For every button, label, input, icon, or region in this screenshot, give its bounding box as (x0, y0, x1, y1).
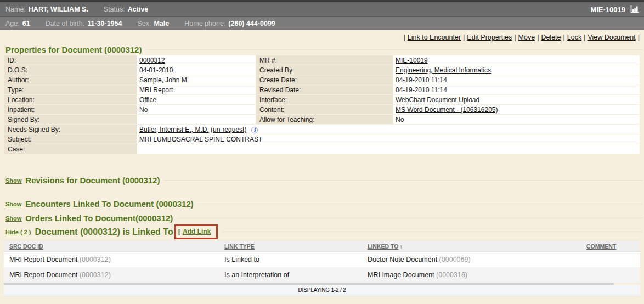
revisions-show-toggle[interactable]: Show (5, 177, 21, 184)
revisions-section-header: Show Revisions for Document (0000312) (5, 176, 643, 185)
src-doc-id-header-label: SRC DOC ID (9, 243, 43, 250)
link-type-header[interactable]: LINK TYPE (219, 241, 362, 252)
field-label: Created By: (256, 65, 393, 75)
patient-status: Active (128, 5, 149, 13)
mr-number-link[interactable]: MIE-10019 (396, 57, 428, 64)
linked-documents-table: SRC DOC ID LINK TYPE LINKED TO↑ COMMENT … (4, 241, 640, 283)
table-row: Type: MRI Report Revised Date: 04-19-201… (4, 85, 640, 94)
table-row: Needs Signed By: Butler, Internist E., M… (4, 125, 640, 134)
link-type-cell: Is Linked to (219, 252, 362, 268)
age-group: Age: 61 (5, 20, 30, 27)
linked-to-id: (0000069) (439, 256, 471, 263)
table-row: Inpatient: No Content: MS Word Document … (4, 105, 640, 114)
table-row: D.O.S: 04-01-2010 Created By: Engineerin… (4, 65, 640, 75)
linked-to-name: MRI Image Document (368, 271, 436, 279)
table-row: Subject: MRI LUMBOSACRAL SPINE CONTRAST (4, 134, 640, 144)
unrequest-link[interactable]: (un-request) (211, 126, 246, 133)
table-row: ID: 0000312 MR #: MIE-10019 (4, 55, 640, 65)
dob-group: Date of birth: 11-30-1954 (46, 20, 122, 27)
phone-label: Home phone: (184, 20, 225, 27)
field-label: Allow for Teaching: (256, 115, 393, 124)
add-link-highlight-box: | Add Link (174, 224, 218, 239)
view-document-link[interactable]: View Document (587, 33, 635, 41)
add-link-button[interactable]: Add Link (183, 228, 211, 235)
lock-link[interactable]: Lock (567, 33, 581, 41)
properties-table: ID: 0000312 MR #: MIE-10019 D.O.S: 04-01… (4, 55, 640, 154)
linked-to-header[interactable]: LINKED TO↑ (362, 241, 581, 252)
comment-cell (581, 267, 640, 283)
table-row: MRI Report Document (0000312) Is an Inte… (4, 267, 640, 283)
needs-signed-by-cell: Butler, Internist E., M.D. (un-request) … (137, 125, 640, 134)
separator: | (514, 33, 516, 41)
dos-value: 04-01-2010 (137, 65, 256, 75)
link-type-cell: Is an Interpretation of (219, 267, 362, 283)
move-link[interactable]: Move (518, 33, 535, 41)
field-label: Inpatient: (4, 105, 137, 114)
orders-section-header: Show Orders Linked To Document(0000312) (5, 213, 643, 223)
patient-status-group: Status: Active (104, 5, 148, 13)
interface-value: WebChart Document Upload (393, 95, 640, 104)
field-label: Subject: (4, 134, 137, 144)
patient-name-group: Name: HART, WILLIAM S. (5, 5, 88, 13)
separator: | (638, 33, 640, 41)
document-actions-bar: |Link to Encounter|Edit Properties|Move|… (0, 30, 644, 42)
field-label: Revised Date: (256, 85, 393, 94)
src-doc-cell: MRI Report Document (0000312) (4, 252, 219, 268)
link-to-encounter-link[interactable]: Link to Encounter (408, 33, 461, 41)
inpatient-value: No (137, 105, 256, 114)
encounters-title: Encounters Linked To Document (0000312) (25, 199, 193, 209)
table-row: Location: Office Interface: WebChart Doc… (4, 95, 640, 104)
field-label: Create Date: (256, 75, 393, 85)
patient-name: HART, WILLIAM S. (29, 5, 88, 13)
linked-title: Document (0000312) is Linked To (35, 227, 173, 237)
separator: | (537, 33, 539, 41)
linked-hide-toggle[interactable]: Hide ( 2 ) (5, 229, 31, 235)
signed-by-value (137, 115, 256, 124)
src-doc-name: MRI Report Document (9, 256, 80, 263)
allow-teaching-value: No (393, 115, 640, 124)
field-label: MR #: (256, 55, 393, 65)
field-label: Signed By: (4, 115, 137, 124)
sex-label: Sex: (137, 20, 151, 27)
delete-link[interactable]: Delete (541, 33, 561, 41)
heading-rule (222, 232, 643, 232)
location-value: Office (137, 95, 256, 104)
comment-header-label: COMMENT (586, 243, 616, 250)
content-link[interactable]: MS Word Document - (106316205) (396, 106, 498, 114)
created-by-link[interactable]: Engineering, Medical Informatics (396, 66, 491, 74)
author-link[interactable]: Sample, John M. (139, 76, 189, 84)
table-paging-footer: DISPLAYING 1-2 / 2 (4, 285, 640, 296)
src-doc-id-header[interactable]: SRC DOC ID (4, 241, 219, 252)
properties-section-header: Properties for Document (0000312) (5, 45, 643, 54)
revised-date-value: 04-19-2010 11:14 (393, 85, 640, 94)
needs-signed-by-link[interactable]: Butler, Internist E., M.D. (139, 126, 209, 133)
orders-show-toggle[interactable]: Show (5, 215, 21, 222)
separator: | (584, 33, 585, 41)
table-row: Author: Sample, John M. Create Date: 04-… (4, 75, 640, 85)
linked-to-name: Doctor Note Document (368, 256, 439, 263)
comment-header[interactable]: COMMENT (581, 241, 640, 252)
edit-properties-link[interactable]: Edit Properties (467, 33, 512, 41)
encounters-show-toggle[interactable]: Show (5, 201, 21, 207)
age-label: Age: (5, 20, 20, 27)
phone-group: Home phone: (260) 444-0099 (184, 20, 275, 27)
bar-chart-icon[interactable] (630, 5, 639, 13)
separator: | (178, 228, 180, 235)
info-icon[interactable]: i (251, 127, 258, 133)
revisions-title: Revisions for Document (0000312) (25, 176, 160, 185)
field-label: Interface: (256, 95, 393, 104)
subject-value: MRI LUMBOSACRAL SPINE CONTRAST (137, 134, 640, 144)
heading-rule (164, 180, 643, 181)
create-date-value: 04-19-2010 11:14 (393, 75, 640, 85)
document-id-link[interactable]: 0000312 (139, 57, 165, 64)
dob-label: Date of birth: (46, 20, 85, 27)
field-label: Content: (256, 105, 393, 114)
case-value (137, 144, 640, 154)
orders-title: Orders Linked To Document(0000312) (25, 213, 173, 223)
table-row: Case: (4, 144, 640, 154)
patient-sex: Male (154, 20, 169, 27)
link-type-header-label: LINK TYPE (224, 243, 255, 250)
name-label: Name: (5, 5, 26, 13)
patient-banner-row2: Age: 61 Date of birth: 11-30-1954 Sex: M… (0, 16, 644, 30)
linked-to-cell: Doctor Note Document (0000069) (362, 252, 581, 268)
